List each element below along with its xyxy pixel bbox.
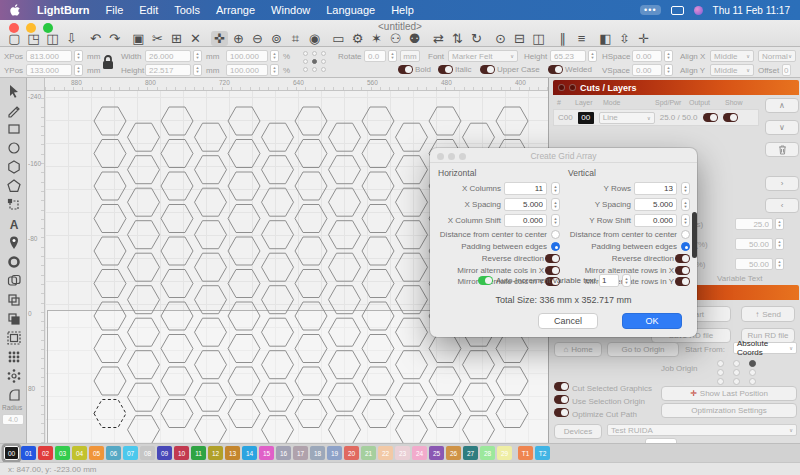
preview-button[interactable]: ▭ — [330, 31, 347, 46]
align-h-edges-button[interactable]: ⊟ — [511, 31, 528, 46]
cuts-layers-titlebar[interactable]: Cuts / Layers — [553, 80, 799, 95]
palette-color-21[interactable]: 21 — [361, 446, 376, 460]
palette-color-27[interactable]: 27 — [463, 446, 478, 460]
welded-toggle[interactable]: Welded — [548, 65, 592, 74]
ok-button[interactable]: OK — [622, 313, 682, 329]
menu-item-window[interactable]: Window — [271, 4, 310, 16]
units-button[interactable]: mm — [400, 50, 420, 62]
start-from-select[interactable]: Absolute Coords∨ — [733, 342, 797, 354]
panel-close-icon[interactable] — [558, 84, 565, 91]
palette-tool-T2[interactable]: T2 — [535, 446, 550, 460]
palette-color-28[interactable]: 28 — [480, 446, 495, 460]
palette-color-24[interactable]: 24 — [412, 446, 427, 460]
tool-ellipse[interactable] — [3, 139, 24, 157]
uppercase-toggle[interactable]: Upper Case — [480, 65, 540, 74]
italic-toggle[interactable]: Italic — [438, 65, 471, 74]
hspace-stepper[interactable]: ▲▼ — [664, 50, 673, 62]
undo-button[interactable]: ↶ — [87, 31, 104, 46]
palette-color-09[interactable]: 09 — [157, 446, 172, 460]
y-row-shift-input[interactable] — [634, 214, 677, 227]
bold-toggle[interactable]: Bold — [398, 65, 431, 74]
tool-rectangle[interactable] — [3, 120, 24, 138]
flip-vertical-button[interactable]: ⇅ — [449, 31, 466, 46]
origin-dot[interactable] — [321, 51, 326, 56]
tool-weld[interactable] — [3, 272, 24, 290]
layer-show-toggle[interactable] — [723, 113, 738, 122]
settings-button[interactable]: ⚙ — [349, 31, 366, 46]
v-reverse-toggle[interactable] — [675, 254, 690, 263]
origin-dot[interactable] — [303, 59, 308, 64]
pan-button[interactable]: ✜ — [211, 31, 228, 46]
power-min-input[interactable] — [735, 258, 773, 270]
origin-dot[interactable] — [321, 67, 326, 72]
ypos-stepper[interactable]: ▲▼ — [74, 64, 83, 76]
menu-item-file[interactable]: File — [106, 4, 124, 16]
layer-mode-select[interactable]: Line∨ — [599, 112, 655, 124]
tool-grid-array[interactable] — [3, 348, 24, 366]
devices-button[interactable]: Devices — [554, 424, 602, 439]
tool-circular-array[interactable] — [3, 367, 24, 385]
tool-boolean-subtract[interactable] — [3, 310, 24, 328]
ypos-input[interactable] — [26, 64, 72, 76]
group-button[interactable]: ⚇ — [387, 31, 404, 46]
zoom-to-page-button[interactable]: ⊚ — [268, 31, 285, 46]
new-file-button[interactable]: ▢ — [6, 31, 23, 46]
tool-position-laser[interactable] — [3, 234, 24, 252]
menu-item-lightburn[interactable]: LightBurn — [37, 4, 90, 16]
tool-edit-nodes[interactable] — [3, 196, 24, 214]
copy-button[interactable]: ▣ — [130, 31, 147, 46]
palette-color-00[interactable]: 00 — [4, 446, 19, 460]
text-style-select[interactable]: Normal∨ — [758, 50, 796, 62]
tool-shape-pentagon[interactable] — [3, 177, 24, 195]
palette-color-25[interactable]: 25 — [429, 446, 444, 460]
origin-dot[interactable] — [321, 59, 326, 64]
align-center-button[interactable]: ⊙ — [492, 31, 509, 46]
nudge-button[interactable]: ⇳ — [616, 31, 633, 46]
tool-draw-lines[interactable] — [3, 101, 24, 119]
layer-color-swatch[interactable]: 00 — [578, 112, 594, 124]
menu-item-edit[interactable]: Edit — [139, 4, 158, 16]
palette-color-13[interactable]: 13 — [225, 446, 240, 460]
menu-item-tools[interactable]: Tools — [174, 4, 200, 16]
auto-increment-stepper[interactable]: ▲▼ — [622, 274, 631, 287]
dialog-header[interactable]: Create Grid Array — [430, 148, 697, 163]
mirror-rows-y-toggle[interactable] — [675, 277, 690, 286]
dock-left-button[interactable]: ◧ — [597, 31, 614, 46]
h-center-radio[interactable] — [551, 230, 560, 239]
palette-color-17[interactable]: 17 — [293, 446, 308, 460]
alignx-select[interactable]: Middle∨ — [710, 50, 754, 62]
layer-left-button[interactable]: ‹ — [765, 198, 799, 213]
palette-color-05[interactable]: 05 — [89, 446, 104, 460]
width-percent-input[interactable] — [226, 50, 268, 62]
lock-aspect-icon[interactable] — [101, 54, 115, 71]
origin-dot[interactable] — [717, 360, 724, 367]
scrollbar-thumb[interactable] — [692, 212, 697, 258]
palette-color-06[interactable]: 06 — [106, 446, 121, 460]
y-spacing-stepper[interactable]: ▲▼ — [681, 198, 690, 211]
menu-item-arrange[interactable]: Arrange — [216, 4, 255, 16]
mirror-rows-x-toggle[interactable] — [675, 266, 690, 275]
palette-color-19[interactable]: 19 — [327, 446, 342, 460]
palette-color-16[interactable]: 16 — [276, 446, 291, 460]
origin-dot[interactable] — [312, 51, 317, 56]
layer-up-button[interactable]: ∧ — [765, 98, 799, 113]
x-columns-stepper[interactable]: ▲▼ — [551, 182, 560, 195]
palette-tool-T1[interactable]: T1 — [518, 446, 533, 460]
menu-item-help[interactable]: Help — [391, 4, 414, 16]
x-columns-input[interactable] — [504, 182, 547, 195]
cancel-button[interactable]: Cancel — [538, 313, 598, 329]
panel-float-icon[interactable] — [569, 84, 576, 91]
camera-capture-button[interactable]: ◉ — [306, 31, 323, 46]
palette-color-01[interactable]: 01 — [21, 446, 36, 460]
origin-dot[interactable] — [733, 378, 740, 385]
v-center-radio[interactable] — [681, 230, 690, 239]
palette-color-14[interactable]: 14 — [242, 446, 257, 460]
power-max-input[interactable] — [735, 238, 773, 250]
redo-button[interactable]: ↷ — [106, 31, 123, 46]
xpos-input[interactable] — [26, 50, 72, 62]
rotate-stepper[interactable]: ▲▼ — [388, 50, 397, 62]
palette-color-04[interactable]: 04 — [72, 446, 87, 460]
origin-dot[interactable] — [733, 369, 740, 376]
siri-icon[interactable] — [694, 6, 703, 15]
font-height-stepper[interactable]: ▲▼ — [588, 50, 597, 62]
